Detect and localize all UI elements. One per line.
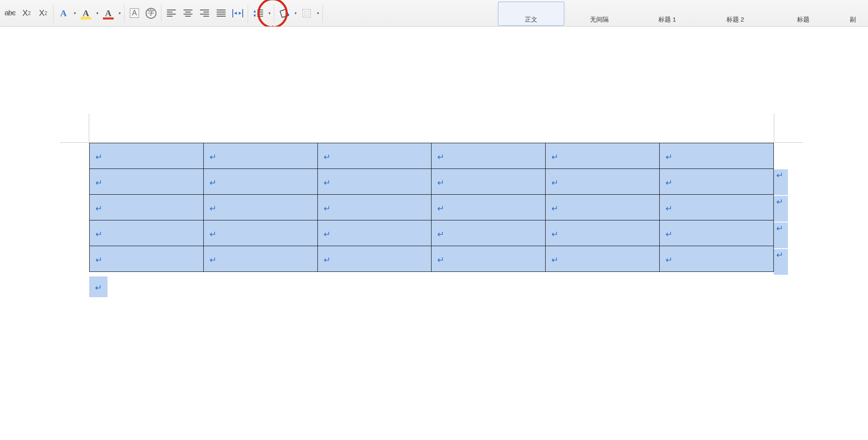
- text-color-group: A ▾ A ▾ A ▾: [54, 4, 124, 22]
- formatting-toolbar: abc X2 X2 A ▾ A ▾ A ▾ A 字: [0, 0, 868, 27]
- paragraph-mark-icon: ↵: [551, 203, 558, 213]
- table-cell[interactable]: ↵: [432, 169, 546, 195]
- table-row[interactable]: ↵↵↵↵↵↵: [90, 195, 774, 220]
- document-page[interactable]: ↵↵↵↵↵↵↵↵↵↵↵↵↵↵↵↵↵↵↵↵↵↵↵↵↵↵↵↵↵↵: [89, 143, 774, 272]
- table-cell[interactable]: ↵: [660, 220, 774, 246]
- table-cell[interactable]: ↵: [203, 143, 317, 169]
- subscript-button[interactable]: X2: [19, 6, 34, 21]
- borders-icon: [302, 9, 311, 17]
- char-shading-icon: A: [130, 8, 139, 18]
- line-spacing-button[interactable]: ▲▼: [251, 6, 266, 21]
- align-center-button[interactable]: [180, 6, 195, 21]
- style-label: 标题: [797, 16, 809, 24]
- style-item-no-spacing[interactable]: 无间隔: [566, 2, 632, 26]
- table-cell[interactable]: ↵: [90, 169, 204, 195]
- text-effects-dropdown-icon[interactable]: ▾: [73, 11, 77, 15]
- font-color-button[interactable]: A: [101, 6, 116, 21]
- style-label: 标题 1: [658, 16, 676, 24]
- table-cell[interactable]: ↵: [90, 195, 204, 220]
- align-left-button[interactable]: [164, 6, 179, 21]
- table-cell[interactable]: ↵: [432, 195, 546, 220]
- style-item-heading2[interactable]: 标题 2: [702, 2, 768, 26]
- paragraph-mark-icon: ↵: [666, 203, 673, 213]
- document-area[interactable]: ↵ ↵ ↵ ↵ ↵↵↵↵↵↵↵↵↵↵↵↵↵↵↵↵↵↵↵↵↵↵↵↵↵↵↵↵↵↵ ↵: [0, 27, 868, 440]
- shading-borders-group: ▾ ▾: [274, 4, 323, 22]
- table-cell[interactable]: ↵: [317, 143, 432, 169]
- paragraph-mark-icon: ↵: [666, 255, 673, 265]
- paragraph-group: ◄►: [161, 4, 248, 22]
- align-left-icon: [167, 10, 176, 17]
- table-cell[interactable]: ↵: [432, 143, 546, 169]
- superscript-icon: X2: [39, 8, 47, 18]
- paragraph-mark-icon: ↵: [437, 203, 444, 213]
- highlight-dropdown-icon[interactable]: ▾: [95, 11, 99, 15]
- paragraph-mark-icon: ↵: [210, 229, 217, 239]
- shading-dropdown-icon[interactable]: ▾: [293, 11, 297, 15]
- paragraph-mark-icon: ↵: [551, 255, 558, 265]
- style-item-normal[interactable]: 正文: [498, 2, 564, 26]
- table-row[interactable]: ↵↵↵↵↵↵: [90, 246, 774, 272]
- style-item-heading1[interactable]: 标题 1: [634, 2, 700, 26]
- strikethrough-icon: abc: [5, 9, 15, 17]
- table-cell[interactable]: ↵: [317, 246, 432, 272]
- superscript-button[interactable]: X2: [36, 6, 51, 21]
- strikethrough-button[interactable]: abc: [2, 6, 17, 21]
- align-justify-button[interactable]: [214, 6, 229, 21]
- table-cell[interactable]: ↵: [660, 143, 774, 169]
- table-row[interactable]: ↵↵↵↵↵↵: [90, 169, 774, 195]
- style-item-subtitle[interactable]: 副: [838, 2, 867, 26]
- table-cell[interactable]: ↵: [546, 143, 660, 169]
- table-cell[interactable]: ↵: [660, 246, 774, 272]
- table-cell[interactable]: ↵: [546, 195, 660, 220]
- shading-button[interactable]: [277, 6, 292, 21]
- char-shading-button[interactable]: A: [127, 6, 142, 21]
- table-cell[interactable]: ↵: [432, 246, 546, 272]
- style-item-title[interactable]: 标题: [770, 2, 836, 26]
- paragraph-mark-icon: ↵: [95, 178, 102, 188]
- line-spacing-dropdown-icon[interactable]: ▾: [267, 11, 271, 15]
- table-row[interactable]: ↵↵↵↵↵↵: [90, 143, 774, 169]
- table-cell[interactable]: ↵: [317, 169, 432, 195]
- highlight-color-bar: [80, 17, 91, 20]
- table-cell[interactable]: ↵: [432, 220, 546, 246]
- table-cell[interactable]: ↵: [546, 220, 660, 246]
- align-justify-icon: [217, 10, 226, 17]
- enclose-char-button[interactable]: 字: [144, 6, 158, 21]
- paint-bucket-icon: [279, 9, 289, 18]
- subscript-icon: X2: [22, 8, 31, 18]
- align-distributed-icon: ◄►: [232, 9, 243, 17]
- paragraph-mark-icon: ↵: [95, 152, 102, 162]
- font-color-icon: A: [105, 8, 112, 19]
- table-cell[interactable]: ↵: [203, 220, 317, 246]
- table-cell[interactable]: ↵: [203, 195, 317, 220]
- paragraph-mark-icon: ↵: [437, 229, 444, 239]
- table-row[interactable]: ↵↵↵↵↵↵: [90, 220, 774, 246]
- table-cell[interactable]: ↵: [546, 246, 660, 272]
- style-label: 正文: [525, 16, 537, 24]
- style-label: 无间隔: [590, 16, 609, 24]
- table-cell[interactable]: ↵: [90, 143, 204, 169]
- align-distributed-button[interactable]: ◄►: [230, 6, 245, 21]
- table-cell[interactable]: ↵: [90, 220, 204, 246]
- table-cell[interactable]: ↵: [203, 169, 317, 195]
- document-table[interactable]: ↵↵↵↵↵↵↵↵↵↵↵↵↵↵↵↵↵↵↵↵↵↵↵↵↵↵↵↵↵↵: [89, 143, 774, 272]
- borders-button[interactable]: [299, 6, 314, 21]
- selection-strip: ↵: [774, 169, 788, 195]
- table-cell[interactable]: ↵: [203, 246, 317, 272]
- enclose-char-icon: 字: [146, 8, 156, 19]
- borders-dropdown-icon[interactable]: ▾: [316, 11, 320, 15]
- table-cell[interactable]: ↵: [317, 195, 432, 220]
- table-cell[interactable]: ↵: [660, 169, 774, 195]
- paragraph-mark-icon: ↵: [324, 178, 331, 188]
- table-cell[interactable]: ↵: [317, 220, 432, 246]
- font-color-dropdown-icon[interactable]: ▾: [117, 11, 122, 15]
- table-cell[interactable]: ↵: [90, 246, 204, 272]
- highlight-button[interactable]: A: [78, 6, 93, 21]
- align-right-button[interactable]: [197, 6, 212, 21]
- text-effects-button[interactable]: A: [56, 6, 71, 21]
- selection-strip: ↵: [774, 249, 788, 275]
- table-cell[interactable]: ↵: [546, 169, 660, 195]
- style-label: 标题 2: [727, 16, 744, 24]
- font-color-bar: [103, 17, 114, 20]
- table-cell[interactable]: ↵: [660, 195, 774, 220]
